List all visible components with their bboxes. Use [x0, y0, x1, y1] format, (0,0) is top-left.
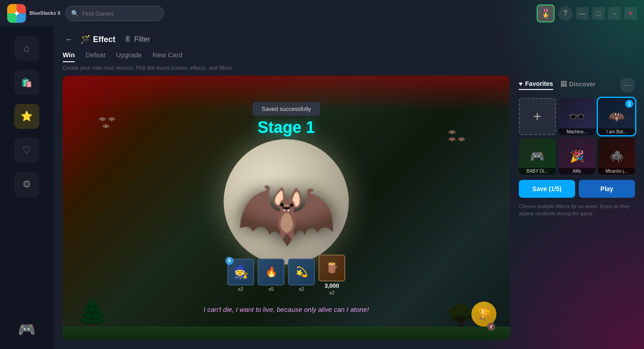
card-2-icon: 🔥	[265, 266, 277, 278]
minimize-button[interactable]: —	[576, 7, 589, 20]
sidebar-bottom: 🎮	[16, 319, 38, 340]
panel-header: ♥ Favorites 🖼 Discover ⋯	[519, 77, 635, 93]
back-button[interactable]: ←	[63, 33, 75, 46]
section-title: Effect	[93, 35, 115, 44]
action-buttons: Save (1/5) Play	[519, 180, 635, 198]
search-bar[interactable]: 🔍	[65, 6, 164, 21]
card-1-badge: 6	[225, 257, 233, 265]
thumb-batman-badge: 1	[625, 100, 633, 108]
section-header: 🪄 Effect	[80, 34, 115, 44]
bottom-caption: I can't die, I want to live, because onl…	[203, 306, 369, 313]
panel-tab-discover[interactable]: 🖼 Discover	[560, 80, 596, 90]
thumb-batman-content: 🦇	[608, 109, 625, 124]
heart-icon: ♡	[22, 145, 31, 156]
card-item-4: 🪵 3,000 x2	[318, 255, 345, 295]
trophy-emoji: 🏆	[476, 306, 492, 322]
filter-control[interactable]: 🎚 Filter	[124, 35, 150, 43]
sidebar-item-settings[interactable]: ⚙	[14, 172, 39, 197]
game-scene: 🦇 🦇 🦇 🦇 🦇🦇 🦇 🌲 🌳 Stage 1 Saved successfu…	[63, 76, 510, 340]
thumb-machine-label: Machine...	[559, 128, 596, 135]
restore-button[interactable]: □	[592, 7, 605, 20]
titlebar: ✦ BlueStacks X 🔍 🎖️ ? — □ → ✕	[0, 0, 644, 27]
search-input[interactable]	[82, 10, 158, 17]
add-new-thumbnail[interactable]: +	[519, 98, 556, 135]
saved-toast: Saved successfully	[253, 102, 320, 116]
event-tabs: Win Defeat Upgrade New Card	[54, 46, 644, 62]
avatar-icon: 🎖️	[541, 9, 551, 18]
bats-left: 🦇 🦇 🦇	[98, 115, 115, 130]
help-text: Choose multiple effects for an event. En…	[519, 203, 635, 217]
thumb-baby-content: 🎮	[530, 149, 544, 163]
panel-tab-favorites[interactable]: ♥ Favorites	[519, 80, 553, 90]
effects-icon: ⭐	[21, 111, 33, 122]
thumb-allls-content: 🎉	[570, 149, 584, 163]
favorites-label: Favorites	[525, 80, 553, 87]
card-box-2: 🔥	[258, 259, 284, 285]
card-item-2: 🔥 x5	[258, 259, 284, 292]
card-item-1: 🧙 6 x2	[227, 259, 254, 292]
tab-new-card[interactable]: New Card	[153, 51, 182, 62]
effect-icon: 🪄	[80, 34, 90, 44]
sidebar-item-favorites[interactable]: ♡	[14, 138, 39, 163]
share-icon: ⋯	[624, 81, 631, 89]
play-button[interactable]: Play	[579, 180, 635, 198]
panel-tabs: ♥ Favorites 🖼 Discover	[519, 80, 596, 90]
card-item-3: 💫 x2	[288, 259, 315, 292]
thumb-miranho[interactable]: 🕷️ Miranho j...	[598, 138, 635, 175]
thumb-batman-label: I am Bat...	[598, 128, 635, 135]
discover-icon: 🖼	[560, 81, 567, 88]
home-icon: ⌂	[24, 43, 30, 54]
stage-text: Stage 1	[258, 118, 315, 137]
card-box-3: 💫	[288, 259, 315, 285]
tab-defeat[interactable]: Defeat	[85, 51, 105, 62]
subtitle-text: Create your own mod version. Pick the ev…	[54, 62, 644, 76]
add-icon: +	[533, 108, 542, 125]
card-4-number: 3,000	[325, 282, 339, 289]
favorites-icon: ♥	[519, 80, 522, 87]
ground-element	[63, 327, 510, 340]
filter-label: Filter	[134, 35, 150, 43]
sidebar-item-store[interactable]: 🛍️	[14, 70, 39, 95]
bluestacks-logo-icon: ✦	[7, 4, 26, 23]
top-controls: ← 🪄 Effect 🎚 Filter	[54, 27, 644, 46]
card-4-count: x2	[329, 290, 335, 295]
card-box-4: 🪵	[318, 255, 345, 281]
save-button[interactable]: Save (1/5)	[519, 180, 575, 198]
tree-right: 🌳	[446, 303, 474, 329]
thumbnails-grid: + 🕶️ Machine... 🦇 I am Bat... 1 🎮 BABY D…	[519, 98, 635, 174]
thumb-baby-label: BABY DI...	[519, 168, 556, 174]
card-2-count: x5	[268, 286, 274, 292]
thumb-machine[interactable]: 🕶️ Machine...	[559, 98, 596, 135]
app-name: BlueStacks X	[30, 10, 61, 16]
card-row: 🧙 6 x2 🔥 x5 💫	[227, 255, 345, 295]
thumb-allls-label: Allls	[559, 168, 596, 174]
tree-left: 🌲	[76, 297, 110, 329]
card-3-count: x2	[299, 286, 304, 292]
sidebar-item-home[interactable]: ⌂	[14, 36, 39, 61]
thumb-machine-content: 🕶️	[568, 109, 585, 124]
right-panel: ♥ Favorites 🖼 Discover ⋯ +	[519, 76, 635, 340]
avatar-button[interactable]: 🎖️	[537, 4, 555, 22]
tab-upgrade[interactable]: Upgrade	[116, 51, 142, 62]
discover-label: Discover	[569, 81, 596, 88]
search-icon: 🔍	[71, 10, 79, 17]
sidebar-item-effects[interactable]: ⭐	[14, 104, 39, 129]
card-1-icon: 🧙	[233, 264, 249, 279]
close-button[interactable]: ✕	[624, 7, 637, 20]
main-content: ← 🪄 Effect 🎚 Filter Win Defeat Upgrade N…	[54, 27, 644, 349]
thumb-miranho-label: Miranho j...	[598, 168, 635, 174]
bats-right: 🦇🦇 🦇	[448, 128, 465, 143]
titlebar-controls: 🎖️ ? — □ → ✕	[537, 4, 637, 22]
share-button[interactable]: ⋯	[620, 77, 635, 93]
help-button[interactable]: ?	[558, 6, 572, 21]
thumb-batman[interactable]: 🦇 I am Bat... 1	[598, 98, 635, 135]
thumb-miranho-content: 🕷️	[610, 149, 624, 163]
batman-figure: 🦇	[236, 172, 337, 252]
tab-win[interactable]: Win	[63, 51, 75, 62]
thumb-allls[interactable]: 🎉 Allls	[559, 138, 596, 175]
card-3-icon: 💫	[296, 266, 308, 278]
forward-button[interactable]: →	[608, 7, 621, 20]
store-icon: 🛍️	[21, 77, 32, 88]
preview-pane: 🦇 🦇 🦇 🦇 🦇🦇 🦇 🌲 🌳 Stage 1 Saved successfu…	[63, 76, 510, 340]
thumb-baby-di[interactable]: 🎮 BABY DI...	[519, 138, 556, 175]
